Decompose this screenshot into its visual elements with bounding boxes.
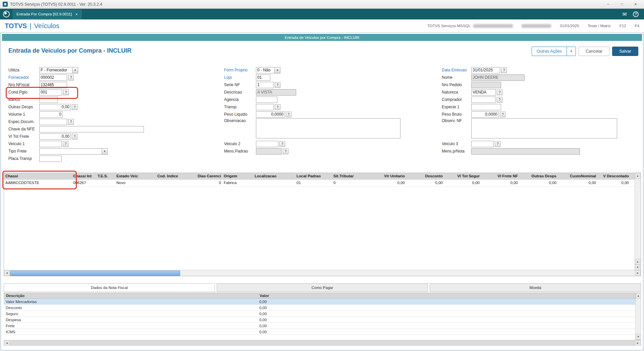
grid-horizontal-scrollbar[interactable]: ◄ ► bbox=[4, 270, 641, 276]
field-observacao[interactable] bbox=[256, 118, 400, 138]
help-button-serie-nf[interactable]: ? bbox=[275, 82, 280, 88]
tab-close-icon[interactable]: × bbox=[75, 12, 78, 16]
field-loja[interactable]: 01 bbox=[256, 74, 270, 81]
help-icon[interactable]: ? bbox=[633, 11, 639, 17]
maximize-button[interactable]: □ bbox=[616, 1, 628, 8]
grid-col-vl-frete-nf[interactable]: Vl Frete NF bbox=[481, 173, 519, 180]
fiscal-row-seguro[interactable]: Seguro0,00 bbox=[4, 311, 635, 317]
field-natureza[interactable]: VENDA bbox=[471, 89, 496, 96]
help-button-transp[interactable]: ? bbox=[275, 104, 280, 110]
scroll-down-icon[interactable]: ▼ bbox=[635, 265, 640, 270]
fiscal-row-frete[interactable]: Frete0,00 bbox=[4, 323, 635, 329]
field-transp[interactable] bbox=[256, 104, 274, 110]
help-button-cond-pgto[interactable]: ? bbox=[63, 90, 69, 95]
help-button-veiculo-2[interactable]: ? bbox=[279, 141, 285, 147]
field-vl-tot-frete[interactable]: 0,00 bbox=[39, 133, 71, 140]
grid-col-custonominal[interactable]: CustoNominal bbox=[558, 173, 597, 180]
grid-col-origem[interactable]: Origem bbox=[222, 173, 253, 180]
dropdown-arrow-icon[interactable]: ▼ bbox=[274, 67, 280, 73]
salvar-button[interactable]: Salvar bbox=[612, 47, 638, 56]
fiscal-row-valor-mercadorias[interactable]: Valor Mercadorias0,00 bbox=[4, 299, 635, 305]
help-button-veiculo-1[interactable]: ? bbox=[63, 141, 68, 147]
scroll-left-icon[interactable]: ◄ bbox=[4, 340, 10, 346]
tab-dados-da-nota-fiscal[interactable]: Dados da Nota Fiscal bbox=[4, 283, 215, 292]
field-placa-transp[interactable] bbox=[39, 156, 62, 162]
field-veiculo-2[interactable] bbox=[256, 141, 278, 147]
tab-como-pagar[interactable]: Como Pagar bbox=[217, 283, 428, 292]
help-button-fornecedor[interactable]: ? bbox=[68, 75, 74, 80]
minimize-button[interactable]: ─ bbox=[602, 1, 614, 8]
grid-col-t-e-s[interactable]: T.E.S. bbox=[96, 173, 115, 180]
fiscal-row-despesa[interactable]: Despesa0,00 bbox=[4, 317, 635, 323]
help-button-mens-padrao[interactable]: ? bbox=[283, 149, 288, 154]
mail-icon[interactable]: ✉ bbox=[623, 11, 627, 17]
field-veiculo-1[interactable] bbox=[39, 141, 62, 147]
fiscal-row-icms[interactable]: ICMS0,00 bbox=[4, 329, 635, 335]
grid-col-vlr-unitario[interactable]: Vlr Unitario bbox=[369, 173, 406, 180]
field-outras-desps[interactable]: 0,00 bbox=[39, 104, 71, 110]
grid-col-vl-tot-segur[interactable]: Vl Tot Segur bbox=[444, 173, 481, 180]
scroll-left-icon[interactable]: ◄ bbox=[4, 270, 10, 276]
field-agencia[interactable] bbox=[256, 97, 277, 103]
dropdown-arrow-icon[interactable]: ▼ bbox=[102, 149, 107, 154]
outras-acoes-button[interactable]: Outras Ações ▼ bbox=[532, 47, 576, 56]
tab-entrada-por-compra[interactable]: Entrada Por Compra [02.9.0011] × bbox=[13, 10, 82, 19]
grid-row[interactable]: AABBCCDDTESTE006267Novo0Fabrica0100,000,… bbox=[4, 180, 635, 187]
field-especie-1[interactable] bbox=[471, 104, 501, 110]
field-nro-nfiscal[interactable]: 132465 bbox=[39, 82, 67, 88]
field-utiliza[interactable]: F - Fornecedor▼ bbox=[39, 67, 78, 73]
fkey-f12[interactable]: F12 bbox=[620, 24, 626, 28]
field-data-emissao[interactable]: 31/01/2025 bbox=[471, 67, 500, 73]
scrollbar-thumb[interactable] bbox=[10, 341, 635, 346]
grid-col-chassi[interactable]: Chassi bbox=[4, 173, 72, 180]
grid-col-dias-carenci[interactable]: Dias Carenci bbox=[190, 173, 222, 180]
scroll-down-icon[interactable]: ▼ bbox=[636, 334, 641, 340]
scroll-up-icon[interactable]: ▲ bbox=[636, 293, 641, 299]
field-chave-da-nfe[interactable] bbox=[39, 126, 144, 132]
field-comprador[interactable] bbox=[471, 97, 496, 103]
chevron-down-icon[interactable]: ▼ bbox=[567, 47, 576, 56]
field-serie-nf[interactable]: 1 bbox=[256, 82, 274, 88]
field-tipo-frete[interactable]: ▼ bbox=[39, 148, 108, 155]
grid-col-local-padrao[interactable]: Local Padrao bbox=[295, 173, 332, 180]
help-button-vl-tot-frete[interactable]: ? bbox=[72, 134, 77, 139]
help-button-espec-docum[interactable]: ? bbox=[68, 119, 74, 125]
help-button-peso-bruto[interactable]: ? bbox=[500, 112, 505, 117]
field-fornecedor[interactable]: 000002 bbox=[39, 74, 67, 81]
scroll-right-icon[interactable]: ► bbox=[635, 270, 641, 276]
help-button-veiculo-3[interactable]: ? bbox=[495, 141, 500, 147]
scrollbar-thumb[interactable] bbox=[10, 271, 180, 276]
fkey-f4[interactable]: F4 bbox=[635, 24, 639, 28]
close-button[interactable]: ✕ bbox=[630, 1, 641, 8]
fiscal-vertical-scrollbar[interactable]: ▲ ▼ bbox=[635, 293, 641, 340]
field-observ-nf[interactable] bbox=[471, 118, 617, 138]
grid-vertical-scrollbar[interactable]: ▲ ▲ ▼ bbox=[635, 173, 641, 270]
field-banco[interactable] bbox=[39, 97, 58, 103]
help-button-outras-desps[interactable]: ? bbox=[72, 104, 77, 110]
cancelar-button[interactable]: Cancelar bbox=[579, 47, 609, 56]
grid-col-cod-indice[interactable]: Cod. Indice bbox=[156, 173, 190, 180]
field-peso-liquido[interactable]: 0,0000 bbox=[256, 111, 285, 118]
field-peso-bruto[interactable]: 0,0000 bbox=[471, 111, 499, 118]
scroll-up-icon[interactable]: ▲ bbox=[635, 259, 640, 265]
grid-col-estado-veic[interactable]: Estado Veic bbox=[115, 173, 156, 180]
scroll-right-icon[interactable]: ► bbox=[635, 340, 641, 346]
tab-moeda[interactable]: Moeda bbox=[430, 283, 641, 292]
grid-col-desconto[interactable]: Desconto bbox=[406, 173, 444, 180]
dropdown-arrow-icon[interactable]: ▼ bbox=[72, 67, 78, 73]
field-volume-1[interactable]: 0 bbox=[39, 111, 63, 118]
scroll-up-icon[interactable]: ▲ bbox=[635, 173, 640, 179]
fiscal-row-desconto[interactable]: Desconto0,00 bbox=[4, 305, 635, 311]
grid-col-localizacao[interactable]: Localizacao bbox=[253, 173, 295, 180]
grid-col-outras-desps[interactable]: Outras Desps bbox=[519, 173, 558, 180]
page-horizontal-scrollbar[interactable]: ◄ ► bbox=[4, 340, 641, 346]
grid-col-chassi-int[interactable]: Chassi Int bbox=[72, 173, 96, 180]
field-form-proprio[interactable]: 0 - Não▼ bbox=[256, 67, 280, 73]
help-button-peso-liquido[interactable]: ? bbox=[286, 112, 291, 117]
help-button-comprador[interactable]: ? bbox=[497, 97, 502, 103]
help-button-data-emissao[interactable]: ? bbox=[501, 67, 507, 73]
grid-col-v-descontado[interactable]: V Descontado bbox=[597, 173, 630, 180]
field-veiculo-3[interactable] bbox=[471, 141, 494, 147]
field-espec-docum[interactable] bbox=[39, 119, 67, 125]
grid-col-sit-tributar[interactable]: Sit.Tributar bbox=[332, 173, 369, 180]
